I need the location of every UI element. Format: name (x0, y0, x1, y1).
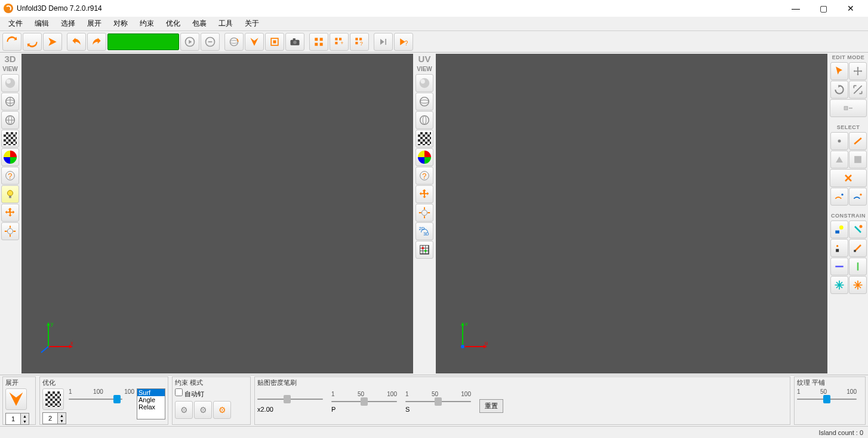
globe-refresh-icon[interactable] (224, 33, 244, 51)
svg-point-67 (860, 194, 861, 195)
select-brush2-icon[interactable] (849, 188, 867, 206)
help-globe-icon[interactable]: ? (1, 167, 19, 185)
unfold-action-button[interactable] (5, 388, 27, 410)
uv-move-icon[interactable] (415, 185, 433, 203)
optimize-spinner[interactable]: ▲▼ (42, 412, 66, 424)
menu-edit[interactable]: 编辑 (29, 17, 55, 30)
uv-globe2-icon[interactable] (415, 111, 433, 129)
svg-point-70 (859, 225, 862, 228)
select-point-icon[interactable] (830, 132, 848, 150)
grid-plus-icon[interactable]: + (330, 33, 349, 51)
bulb-icon[interactable] (1, 185, 19, 203)
menu-constrain[interactable]: 约束 (134, 17, 160, 30)
grid1-icon[interactable] (309, 33, 328, 51)
snowflake1-icon[interactable] (830, 276, 848, 294)
camera-icon[interactable] (285, 33, 304, 51)
menu-about[interactable]: 关于 (239, 17, 265, 30)
play-help-icon[interactable]: ? (394, 33, 413, 51)
cursor-icon[interactable] (830, 62, 848, 80)
line-h-icon[interactable] (830, 258, 848, 275)
box-tool-icon[interactable] (830, 99, 867, 117)
undo-button[interactable] (67, 33, 86, 51)
uv-globe1-icon[interactable] (415, 93, 433, 111)
uv-globe-arrows-icon[interactable] (415, 204, 433, 222)
wireframe-globe2-icon[interactable] (1, 111, 19, 129)
svg-line-64 (854, 138, 861, 144)
checker-icon[interactable] (1, 130, 19, 148)
select-x-icon[interactable] (830, 169, 867, 187)
brush-s-slider[interactable] (405, 397, 471, 406)
gear2-icon[interactable]: ⚙ (194, 401, 212, 419)
select-face-icon[interactable] (830, 151, 848, 169)
pin3-icon[interactable] (830, 239, 848, 257)
skip-end-icon[interactable] (374, 33, 393, 51)
close-button[interactable]: ✕ (837, 0, 864, 17)
pin2-icon[interactable] (849, 220, 867, 238)
optimize-method-list[interactable]: Surf Angle Relax (137, 388, 165, 419)
rotate-tool-icon[interactable] (830, 81, 848, 99)
scale-tool-icon[interactable] (849, 81, 867, 99)
unfold-spinner[interactable]: ▲▼ (5, 413, 29, 425)
brush-p-slider[interactable] (331, 397, 397, 406)
autopin-checkbox[interactable]: 自动钉 (175, 390, 204, 397)
grid-help-icon[interactable]: ? (350, 33, 369, 51)
menu-unfold[interactable]: 展开 (81, 17, 107, 30)
menu-select[interactable]: 选择 (55, 17, 81, 30)
select-edge-icon[interactable] (849, 132, 867, 150)
menu-pack[interactable]: 包裹 (186, 17, 213, 30)
uv-2d3d-icon[interactable]: 2D3D (415, 222, 433, 240)
uv-grid-icon[interactable] (415, 241, 433, 259)
brush-x-slider[interactable] (257, 395, 323, 403)
unfold-icon[interactable] (245, 33, 264, 51)
uv-checker-color-icon[interactable] (415, 148, 433, 166)
spin-up[interactable]: ▲ (20, 414, 29, 419)
gear1-icon[interactable]: ⚙ (175, 401, 193, 419)
app-logo-icon (4, 4, 13, 13)
axis-gizmo-3d: x y (39, 320, 75, 356)
maximize-button[interactable]: ▢ (809, 0, 837, 17)
viewport-uv[interactable]: u v (436, 54, 827, 373)
menu-tools[interactable]: 工具 (213, 17, 239, 30)
reset-button[interactable]: 重置 (479, 399, 503, 413)
line-v-icon[interactable] (849, 258, 867, 275)
uv-checker-icon[interactable] (415, 130, 433, 148)
menu-symmetry[interactable]: 对称 (107, 17, 134, 30)
pin4-icon[interactable] (849, 239, 867, 257)
select-island-icon[interactable] (849, 151, 867, 169)
pin1-icon[interactable] (830, 220, 848, 238)
texture-slider[interactable] (797, 395, 857, 403)
uv-help-icon[interactable]: ? (415, 167, 433, 185)
optimize-action-button[interactable] (42, 388, 64, 410)
tool-swirl2-icon[interactable] (23, 33, 42, 51)
wireframe-globe-icon[interactable] (1, 93, 19, 111)
menu-file[interactable]: 文件 (2, 17, 29, 30)
stop-button[interactable] (201, 33, 220, 51)
play-button[interactable] (180, 33, 199, 51)
svg-point-40 (420, 78, 430, 88)
sphere-shade-icon[interactable] (1, 74, 19, 92)
gear3-icon[interactable]: ⚙ (213, 401, 231, 419)
minimize-button[interactable]: — (782, 0, 809, 17)
brush-s-label: S (405, 406, 471, 413)
tool-swirl3-icon[interactable] (43, 33, 62, 51)
svg-point-52 (421, 247, 424, 249)
uv-label: UV (418, 53, 431, 65)
redo-button[interactable] (87, 33, 106, 51)
checker-color-icon[interactable] (1, 148, 19, 166)
move-cross-icon[interactable] (1, 204, 19, 222)
uv-sphere-icon[interactable] (415, 74, 433, 92)
window-title: Unfold3D Demo 7.2.0.r914 (17, 4, 102, 13)
snowflake2-icon[interactable] (849, 276, 867, 294)
tool-swirl1-icon[interactable] (2, 33, 21, 51)
move-tool-icon[interactable] (849, 62, 867, 80)
unfold-spinner-input[interactable] (6, 415, 20, 422)
square-stop-icon[interactable] (265, 33, 284, 51)
select-brush1-icon[interactable] (830, 188, 848, 206)
viewport-3d[interactable]: x y (21, 54, 413, 373)
optimize-spinner-input[interactable] (43, 415, 57, 422)
density-title: 贴图密度笔刷 (257, 378, 787, 387)
menu-optimize[interactable]: 优化 (160, 17, 186, 30)
optimize-slider[interactable] (69, 395, 122, 403)
globe-arrows-icon[interactable] (1, 222, 19, 240)
spin-down[interactable]: ▼ (20, 419, 29, 424)
